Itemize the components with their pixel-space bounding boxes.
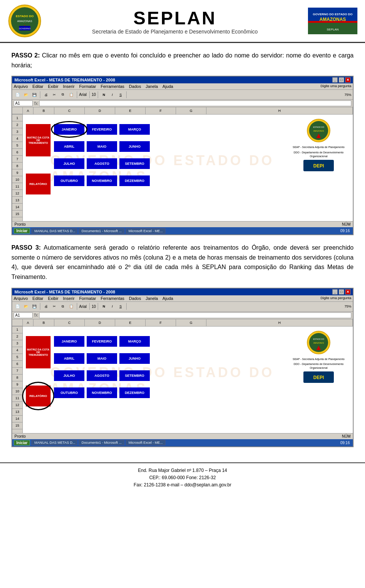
help-search-2[interactable]: Digite uma pergunta (321, 296, 351, 301)
taskbar-manual-2[interactable]: MANUAL DAS METAS D... (32, 440, 77, 445)
excel2-titlebar: Microsoft Excel - METAS DE TREINAMENTO -… (12, 288, 353, 295)
menu-ajuda[interactable]: Ajuda (162, 84, 173, 89)
janeiro-btn-2[interactable]: JANEIRO (54, 336, 84, 347)
toolbar-open[interactable]: 📂 (22, 91, 30, 99)
menu2-exibir[interactable]: Exibir (48, 296, 59, 301)
menu-dados[interactable]: Dados (129, 84, 141, 89)
menu-arquivo[interactable]: Arquivo (14, 84, 28, 89)
minimize-btn[interactable]: _ (332, 77, 338, 83)
toolbar2-bold[interactable]: N (100, 303, 108, 310)
novembro-btn-2[interactable]: NOVEMBRO (87, 387, 117, 398)
taskbar-doc-1[interactable]: Documento1 - Microsoft ... (79, 228, 124, 234)
toolbar-cut[interactable]: ✂ (51, 91, 58, 99)
toolbar-new[interactable]: 📄 (14, 91, 21, 99)
julho-btn-2[interactable]: JULHO (54, 370, 84, 381)
excel1-window-controls[interactable]: _ □ ✕ (332, 77, 351, 83)
restore-btn-2[interactable]: □ (339, 289, 344, 295)
close-btn[interactable]: ✕ (345, 77, 351, 83)
menu-inserir[interactable]: Inserir (63, 84, 75, 89)
font-name[interactable]: Arial (79, 92, 87, 97)
formula-input-2[interactable] (39, 312, 351, 318)
toolbar2-save[interactable]: 💾 (30, 303, 38, 310)
matrix-button-2[interactable]: MATRIZ DA COTA DE TREINAMENTO (26, 336, 51, 368)
menu-editar[interactable]: Editar (32, 84, 43, 89)
dezembro-btn-2[interactable]: DEZEMBRO (119, 387, 150, 398)
toolbar2-cut[interactable]: ✂ (51, 303, 58, 310)
toolbar-bold[interactable]: N (100, 91, 108, 99)
toolbar2-italic[interactable]: I (108, 303, 116, 310)
marco-btn-1[interactable]: MARÇO (119, 124, 150, 135)
abril-btn-2[interactable]: ABRIL (54, 353, 84, 364)
janeiro-cell[interactable]: JANEIRO (54, 124, 84, 135)
agosto-btn-1[interactable]: AGOSTO (87, 158, 117, 169)
font-size-2[interactable]: 10 (92, 304, 96, 309)
relatorio-button-2[interactable]: RELATÓRIO (26, 386, 51, 406)
menu2-janela[interactable]: Janela (146, 296, 158, 301)
menu2-inserir[interactable]: Inserir (63, 296, 75, 301)
setembro-btn-1[interactable]: SETEMBRO (119, 158, 150, 169)
outubro-btn-2[interactable]: OUTUBRO (54, 387, 84, 398)
restore-btn[interactable]: □ (339, 77, 344, 83)
dezembro-btn-1[interactable]: DEZEMBRO (119, 175, 150, 186)
matrix-button-1[interactable]: MATRIZ DA COTA DE TREINAMENTO (26, 124, 51, 156)
toolbar-underline[interactable]: S (117, 91, 124, 99)
zoom-level-2[interactable]: 75% (344, 304, 351, 308)
junho-btn-1[interactable]: JUNHO (119, 141, 150, 152)
menu2-ajuda[interactable]: Ajuda (162, 296, 173, 301)
start-button-2[interactable]: Iniciar (14, 440, 30, 446)
formula-input[interactable] (39, 100, 351, 106)
toolbar-sep2 (77, 91, 77, 98)
cell-reference-2[interactable] (14, 312, 33, 318)
menu-ferramentas[interactable]: Ferramentas (101, 84, 124, 89)
toolbar2-copy[interactable]: ⧉ (59, 303, 67, 310)
start-button-1[interactable]: Iniciar (14, 228, 30, 234)
toolbar-copy[interactable]: ⧉ (59, 91, 67, 99)
excel2-window-controls[interactable]: _ □ ✕ (332, 289, 351, 295)
menu2-dados[interactable]: Dados (129, 296, 141, 301)
page-footer: End. Rua Major Gabriel nº 1.870 – Praça … (0, 462, 365, 493)
menu-janela[interactable]: Janela (146, 84, 158, 89)
toolbar-print[interactable]: 🖨 (42, 91, 50, 99)
outubro-btn-1[interactable]: OUTUBRO (54, 175, 84, 186)
taskbar-excel-2[interactable]: Microsoft Excel - ME... (126, 440, 165, 445)
fevereiro-btn-2[interactable]: FEVEREIRO (87, 336, 117, 347)
font-size[interactable]: 10 (92, 92, 96, 97)
agosto-btn-2[interactable]: AGOSTO (87, 370, 117, 381)
font-name-2[interactable]: Arial (79, 304, 87, 309)
toolbar2-new[interactable]: 📄 (14, 303, 21, 310)
toolbar2-underline[interactable]: S (117, 303, 124, 310)
menu2-editar[interactable]: Editar (32, 296, 43, 301)
close-btn-2[interactable]: ✕ (345, 289, 351, 295)
toolbar-italic[interactable]: I (108, 91, 116, 99)
junho-btn-2[interactable]: JUNHO (119, 353, 150, 364)
menu2-formatar[interactable]: Formatar (79, 296, 96, 301)
zoom-level[interactable]: 75% (344, 93, 351, 97)
relatorio-button-1[interactable]: RELATÓRIO (26, 174, 51, 194)
minimize-btn-2[interactable]: _ (332, 289, 338, 295)
abril-btn-1[interactable]: ABRIL (54, 141, 84, 152)
taskbar-excel-1[interactable]: Microsoft Excel - ME... (126, 228, 165, 234)
menu-formatar[interactable]: Formatar (79, 84, 96, 89)
maio-btn-2[interactable]: MAIO (87, 353, 117, 364)
julho-btn-1[interactable]: JULHO (54, 158, 84, 169)
menu-exibir[interactable]: Exibir (48, 84, 59, 89)
toolbar-paste[interactable]: 📋 (67, 91, 75, 99)
toolbar2-paste[interactable]: 📋 (67, 303, 75, 310)
fevereiro-btn-1[interactable]: FEVEREIRO (87, 124, 117, 135)
relatorio-cell-2[interactable]: RELATÓRIO (26, 386, 51, 406)
menu2-arquivo[interactable]: Arquivo (14, 296, 28, 301)
toolbar2-open[interactable]: 📂 (22, 303, 30, 310)
novembro-btn-1[interactable]: NOVEMBRO (87, 175, 117, 186)
marco-btn-2[interactable]: MARÇO (119, 336, 150, 347)
taskbar-manual-1[interactable]: MANUAL DAS METAS D... (32, 228, 77, 234)
toolbar-save[interactable]: 💾 (30, 91, 38, 99)
janeiro-btn[interactable]: JANEIRO (54, 124, 84, 135)
toolbar2-print[interactable]: 🖨 (42, 303, 50, 310)
menu2-ferramentas[interactable]: Ferramentas (101, 296, 124, 301)
taskbar-doc-2[interactable]: Documento1 - Microsoft ... (79, 440, 124, 445)
help-search[interactable]: Digite uma pergunta (321, 84, 351, 89)
cell-reference[interactable] (14, 100, 33, 106)
setembro-btn-2[interactable]: SETEMBRO (119, 370, 150, 381)
maio-btn-1[interactable]: MAIO (87, 141, 117, 152)
excel2-grid: 1 2 3 4 5 6 7 8 9 10 11 12 13 14 15 GOVE… (12, 327, 353, 433)
